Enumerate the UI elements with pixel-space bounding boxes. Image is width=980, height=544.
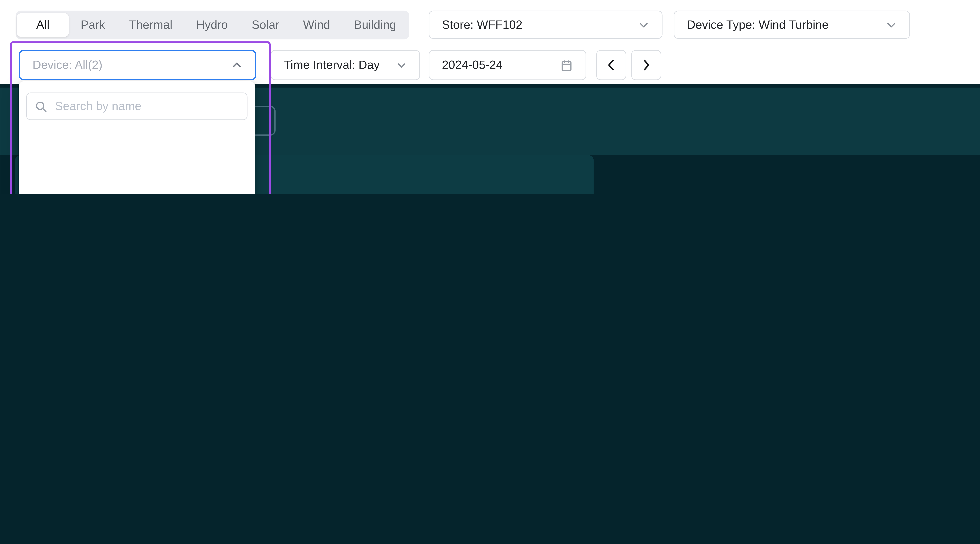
chevron-left-icon	[605, 58, 618, 72]
tab-wind[interactable]: Wind	[291, 12, 342, 38]
chevron-right-icon	[640, 58, 653, 72]
tab-thermal[interactable]: Thermal	[117, 12, 184, 38]
chevron-down-icon	[396, 60, 407, 70]
tab-building[interactable]: Building	[342, 12, 408, 38]
filter-header: AllParkThermalHydroSolarWindBuilding Sto…	[0, 0, 980, 84]
chevron-down-icon	[886, 19, 897, 30]
calendar-icon	[560, 58, 573, 72]
time-interval-select-label: Time Interval: Day	[284, 58, 380, 72]
device-type-select-label: Device Type: Wind Turbine	[687, 18, 829, 32]
device-select-label: Device: All(2)	[32, 58, 102, 72]
app-root: AllParkThermalHydroSolarWindBuilding Sto…	[0, 0, 980, 194]
chevron-down-icon	[638, 19, 649, 30]
tab-all[interactable]: All	[17, 13, 69, 37]
store-select[interactable]: Store: WFF102	[429, 11, 662, 39]
date-picker-input[interactable]: 2024-05-24	[429, 50, 586, 80]
date-picker-value: 2024-05-24	[442, 58, 503, 72]
chevron-up-icon	[231, 59, 243, 71]
device-dropdown-popup: Wind TurbineWFJ05WFJ06	[19, 81, 255, 194]
category-tabs: AllParkThermalHydroSolarWindBuilding	[16, 11, 409, 40]
device-type-select[interactable]: Device Type: Wind Turbine	[674, 11, 910, 39]
time-interval-select[interactable]: Time Interval: Day	[270, 50, 420, 80]
tab-park[interactable]: Park	[69, 12, 117, 38]
tab-solar[interactable]: Solar	[240, 12, 291, 38]
tab-hydro[interactable]: Hydro	[184, 12, 240, 38]
device-search-box	[26, 93, 247, 120]
store-select-label: Store: WFF102	[442, 18, 522, 32]
device-search-input[interactable]	[54, 99, 239, 114]
search-icon	[34, 100, 48, 113]
prev-date-button[interactable]	[596, 50, 626, 80]
next-date-button[interactable]	[631, 50, 661, 80]
device-select[interactable]: Device: All(2)	[19, 50, 256, 80]
